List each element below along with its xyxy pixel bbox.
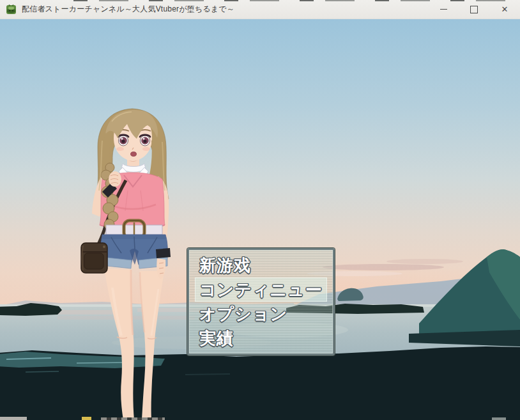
minimize-button[interactable] <box>428 0 459 19</box>
game-app-icon <box>6 4 17 15</box>
fragment <box>492 417 506 420</box>
fragment-folder-icon <box>82 417 91 420</box>
close-button[interactable]: ✕ <box>489 0 520 19</box>
menu-item-new-game[interactable]: 新游戏 <box>189 253 333 277</box>
cloud-streak <box>323 264 444 270</box>
menu-item-continue[interactable]: コンティニュー <box>195 277 327 302</box>
character-wristband-right <box>156 248 171 258</box>
app-window: 配信者ストーカーチャンネル～大人気Vtuberが堕ちるまで～ ✕ <box>0 0 520 420</box>
menu-item-options[interactable]: オプション <box>189 302 333 326</box>
close-icon: ✕ <box>501 5 509 13</box>
foreground-shore <box>0 346 520 420</box>
game-scene <box>0 19 520 420</box>
maximize-icon <box>470 6 478 13</box>
maximize-button[interactable] <box>459 0 489 19</box>
fragment <box>0 417 27 420</box>
title-menu-window: 新游戏 コンティニュー オプション 実績 <box>187 248 335 355</box>
window-controls: ✕ <box>428 0 520 19</box>
game-viewport: 新游戏 コンティニュー オプション 実績 <box>0 19 520 420</box>
shoulder-bag <box>81 243 107 273</box>
screen-edge-artifact <box>73 0 520 1</box>
background-window-fragment <box>0 416 520 420</box>
window-title: 配信者ストーカーチャンネル～大人気Vtuberが堕ちるまで～ <box>22 4 428 15</box>
titlebar: 配信者ストーカーチャンネル～大人気Vtuberが堕ちるまで～ ✕ <box>0 0 520 19</box>
menu-item-achievements[interactable]: 実績 <box>189 326 333 350</box>
minimize-icon <box>440 9 447 10</box>
cloud-streak <box>386 259 463 264</box>
fragment-text <box>101 417 165 420</box>
